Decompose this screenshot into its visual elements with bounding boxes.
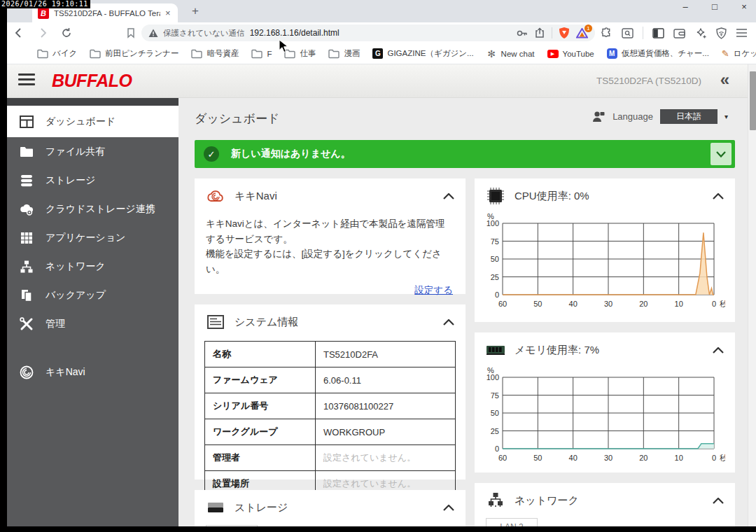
collapse-chevron-icon[interactable] bbox=[713, 347, 724, 354]
extensions-puzzle-icon[interactable] bbox=[601, 27, 612, 39]
cpu-usage-chart: 02550751006050403020100%秒 bbox=[479, 212, 725, 317]
collapse-chevron-icon[interactable] bbox=[443, 193, 454, 200]
bookmark-flag-icon[interactable] bbox=[126, 27, 136, 38]
folder-icon bbox=[191, 48, 202, 59]
row-value: 設定されていません。 bbox=[316, 445, 456, 471]
collapse-chevron-icon[interactable] bbox=[443, 505, 454, 511]
window-maximize-button[interactable]: □ bbox=[708, 1, 721, 12]
sidebar-item-label: ファイル共有 bbox=[46, 146, 105, 158]
wallet-icon[interactable] bbox=[673, 28, 686, 38]
sidebar-item-applications[interactable]: アプリケーション bbox=[7, 223, 178, 252]
sidebar-item-dashboard[interactable]: ダッシュボード bbox=[7, 106, 178, 137]
bookmark-label: バイク bbox=[52, 48, 77, 59]
network-nodes-icon bbox=[486, 491, 505, 510]
extension-badge-count: 1 bbox=[584, 24, 592, 32]
chatgpt-icon: ✻ bbox=[486, 48, 497, 59]
vpn-shield-icon[interactable] bbox=[716, 27, 727, 39]
sidebar-item-file-sharing[interactable]: ファイル共有 bbox=[7, 137, 178, 166]
collapse-chevron-icon[interactable] bbox=[443, 319, 454, 326]
saved-password-key-icon[interactable] bbox=[516, 27, 528, 39]
bookmark-folder[interactable]: F bbox=[246, 46, 276, 62]
bookmark-folder[interactable]: 前田ピンチランナー bbox=[85, 46, 183, 62]
folder-icon bbox=[90, 48, 101, 59]
browser-menu-icon[interactable] bbox=[736, 28, 748, 38]
page-title: ダッシュボード bbox=[195, 111, 279, 127]
reload-icon[interactable] bbox=[55, 27, 78, 38]
cpu-chip-icon bbox=[486, 187, 505, 205]
network-lan2-tab[interactable]: LAN 2 bbox=[486, 518, 538, 526]
collapse-chevron-icon[interactable] bbox=[713, 498, 724, 504]
sidebar-item-storage[interactable]: ストレージ bbox=[7, 166, 178, 195]
window-close-button[interactable]: × bbox=[738, 1, 750, 12]
bookmark-label: F bbox=[267, 50, 272, 58]
kikinavi-description: キキNaviとは、インターネット経由で本製品を遠隔管理するサービスです。 機能を… bbox=[195, 212, 465, 276]
bookmark-new-chat[interactable]: ✻ New chat bbox=[482, 46, 540, 61]
configure-link[interactable]: 設定する bbox=[414, 285, 453, 295]
tab-title: TS5210D2FA - BUFFALO TeraSta bbox=[54, 9, 160, 18]
bookmark-rocketnews[interactable]: ✎ ロケットニュース24 bbox=[717, 46, 756, 61]
sidebar-item-cloud-storage[interactable]: クラウドストレージ連携 bbox=[7, 195, 178, 223]
bookmark-youtube[interactable]: ▶ YouTube bbox=[542, 48, 599, 60]
brave-shield-icon[interactable] bbox=[559, 27, 570, 39]
bookmark-label: 前田ピンチランナー bbox=[105, 48, 178, 59]
tab-close-icon[interactable]: × bbox=[165, 8, 171, 18]
folder-icon bbox=[328, 48, 340, 59]
kikinavi-description-line1: キキNaviとは、インターネット経由で本製品を遠隔管理するサービスです。 bbox=[206, 216, 454, 246]
notification-expand-button[interactable] bbox=[710, 143, 732, 165]
page-scrollbar[interactable] bbox=[748, 64, 756, 526]
row-label: シリアル番号 bbox=[205, 393, 316, 419]
network-card: ネットワーク LAN 2 bbox=[475, 483, 735, 526]
mouse-cursor bbox=[279, 39, 289, 53]
tab-bar: B TS5210D2FA - BUFFALO TeraSta × + – □ × bbox=[7, 0, 756, 22]
back-icon[interactable] bbox=[7, 27, 31, 38]
row-value: 6.06-0.11 bbox=[316, 368, 456, 393]
window-minimize-button[interactable]: – bbox=[679, 1, 692, 12]
forward-icon[interactable] bbox=[31, 27, 55, 38]
sidebar-item-backup[interactable]: バックアップ bbox=[7, 281, 178, 309]
card-title: システム情報 bbox=[234, 316, 298, 329]
table-row: 管理者設定されていません。 bbox=[205, 445, 456, 471]
collapse-chevron-icon[interactable] bbox=[713, 193, 724, 200]
sidebar-item-admin[interactable]: 管理 bbox=[7, 309, 178, 338]
bookmark-folder[interactable]: 暗号資産 bbox=[186, 46, 244, 62]
new-tab-button[interactable]: + bbox=[186, 3, 204, 20]
sidebar-panel-icon[interactable] bbox=[652, 28, 664, 38]
os-timestamp: 2026/01/26 19:10:11 bbox=[0, 0, 90, 8]
table-row: シリアル番号10376081100227 bbox=[205, 393, 456, 419]
bookmark-folder[interactable]: 漫画 bbox=[323, 46, 365, 62]
share-icon[interactable] bbox=[534, 27, 545, 38]
collapse-panel-icon[interactable]: « bbox=[720, 70, 729, 90]
svg-text:10: 10 bbox=[675, 300, 683, 308]
bookmark-gigazine[interactable]: G GIGAZINE（ギガジン... bbox=[368, 46, 478, 61]
language-label: Language bbox=[612, 111, 653, 122]
sidebar-item-label: 管理 bbox=[46, 318, 65, 330]
address-bar[interactable]: 保護されていない通信 192.168.1.16/detail.html bbox=[141, 24, 595, 41]
svg-text:0: 0 bbox=[495, 444, 499, 453]
bookmark-folder[interactable]: バイク bbox=[32, 46, 82, 62]
table-row: 名称TS5210D2FA bbox=[205, 342, 456, 368]
sidebar-item-network[interactable]: ネットワーク bbox=[7, 252, 178, 281]
security-status-label[interactable]: 保護されていない通信 bbox=[163, 28, 245, 38]
card-title: メモリ使用率: 7% bbox=[514, 344, 599, 357]
language-select-button[interactable]: 日本語 bbox=[660, 109, 718, 124]
menu-hamburger-icon[interactable] bbox=[18, 74, 35, 88]
bookmark-label: 仮想通貨価格、チャー... bbox=[622, 48, 709, 59]
svg-text:50: 50 bbox=[533, 300, 542, 308]
cpu-card: CPU使用率: 0% 02550751006050403020100%秒 bbox=[475, 178, 735, 322]
main-content: ダッシュボード Language 日本語 ▾ ✓ 新しい通知はありません。 bbox=[178, 98, 748, 526]
bookmark-label: 暗号資産 bbox=[206, 48, 239, 59]
leo-ai-sparkle-icon[interactable] bbox=[695, 27, 707, 39]
url-text[interactable]: 192.168.1.16/detail.html bbox=[250, 28, 340, 38]
app-header: BUFFALO TS5210D2FA (TS5210D) « bbox=[7, 64, 748, 98]
sidebar-item-label: ストレージ bbox=[46, 174, 95, 187]
scrollbar-thumb[interactable] bbox=[750, 71, 756, 130]
search-tabs-icon[interactable] bbox=[622, 28, 634, 38]
sidebar-item-label: ダッシュボード bbox=[46, 115, 115, 128]
language-caret-icon[interactable]: ▾ bbox=[724, 113, 728, 120]
sidebar-item-kikinavi[interactable]: キキNavi bbox=[7, 358, 178, 386]
notification-banner: ✓ 新しい通知はありません。 bbox=[195, 140, 735, 168]
browser-window: B TS5210D2FA - BUFFALO TeraSta × + – □ × bbox=[7, 0, 756, 526]
extension-icon[interactable]: 1 bbox=[576, 28, 588, 38]
svg-text:50: 50 bbox=[491, 409, 499, 417]
bookmark-crypto[interactable]: M 仮想通貨価格、チャー... bbox=[602, 46, 714, 61]
